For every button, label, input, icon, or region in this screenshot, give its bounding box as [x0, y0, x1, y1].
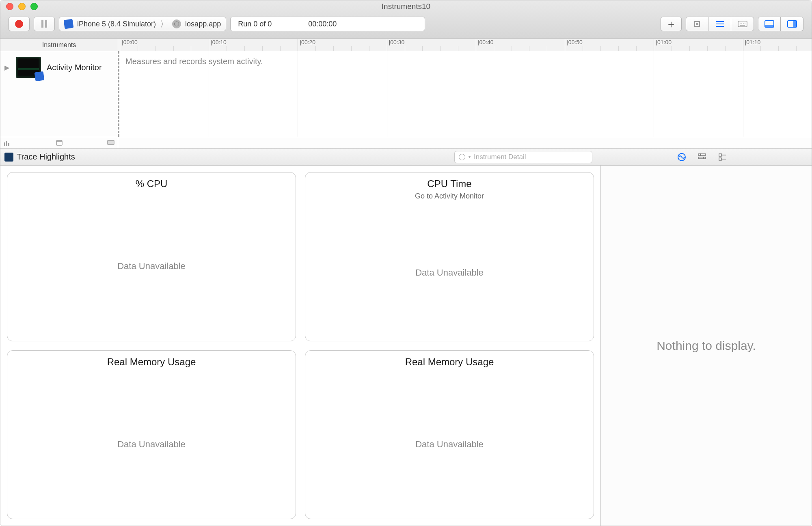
toggle-detail-panel-button[interactable] — [758, 17, 781, 31]
strategy-threads-button[interactable] — [708, 17, 731, 31]
svg-rect-27 — [719, 154, 721, 156]
track-description: Measures and records system activity. — [125, 57, 263, 66]
svg-rect-25 — [700, 153, 701, 156]
timeline-tick: |01:10 — [743, 39, 761, 51]
timeline-tick: |00:10 — [209, 39, 227, 51]
svg-rect-10 — [740, 25, 745, 26]
timeline-tick: |00:40 — [476, 39, 494, 51]
window-close-button[interactable] — [6, 3, 13, 10]
inspector-tab-wave[interactable] — [677, 153, 686, 162]
card-body-message: Data Unavailable — [117, 192, 186, 341]
window-title: Instruments10 — [0, 2, 812, 11]
chevron-down-icon: ▾ — [469, 155, 471, 159]
inspector-empty-message: Nothing to display. — [657, 339, 756, 353]
run-info[interactable]: Run 0 of 0 00:00:00 — [230, 17, 425, 31]
card-title: % CPU — [136, 178, 168, 190]
svg-rect-1 — [696, 23, 698, 25]
svg-rect-24 — [698, 157, 706, 159]
svg-point-9 — [745, 23, 745, 24]
keyboard-icon — [738, 21, 747, 27]
track-label: Activity Monitor — [47, 63, 102, 72]
trace-icon — [4, 153, 13, 162]
gridline — [565, 51, 565, 137]
timeline-ruler[interactable]: Instruments |00:00|00:10|00:20|00:30|00:… — [0, 39, 812, 51]
detail-title: Trace Highlights — [17, 152, 75, 162]
run-label: Run 0 of 0 — [238, 20, 272, 28]
svg-rect-5 — [738, 21, 747, 27]
svg-rect-18 — [56, 140, 62, 145]
pause-icon — [41, 20, 47, 28]
timeline-tick: |00:50 — [565, 39, 583, 51]
window-minimize-button[interactable] — [18, 3, 26, 10]
card-subtitle: Go to Activity Monitor — [415, 192, 484, 200]
gridline — [209, 51, 209, 137]
gridline — [743, 51, 743, 137]
add-instrument-button[interactable]: ＋ — [661, 17, 682, 31]
svg-point-8 — [743, 23, 744, 24]
track-sidebar: ▶ Activity Monitor — [0, 51, 118, 148]
inspector-panel: Nothing to display. — [600, 166, 812, 526]
card-title: CPU Time — [427, 178, 471, 190]
gridline — [387, 51, 387, 137]
inspector-tab-settings[interactable] — [698, 153, 706, 162]
card-body-message: Data Unavailable — [415, 370, 484, 519]
card-body-message: Data Unavailable — [117, 370, 186, 519]
detail-header-bar: Trace Highlights ▾ Instrument Detail — [0, 149, 812, 166]
right-panel-icon — [787, 20, 797, 28]
instruments-window: Instruments10 iPhone 5 (8.4 Simulator) 〉… — [0, 0, 812, 526]
svg-rect-12 — [765, 25, 774, 27]
traffic-lights — [6, 3, 38, 10]
track-area: ▶ Activity Monitor Measures and records … — [0, 51, 812, 149]
instrument-detail-filter[interactable]: ▾ Instrument Detail — [454, 151, 592, 163]
gridline — [298, 51, 298, 137]
svg-rect-14 — [793, 21, 797, 27]
list-lines-icon — [715, 21, 724, 27]
highlight-card[interactable]: Real Memory UsageData Unavailable — [7, 350, 296, 520]
track-lane[interactable]: Measures and records system activity. — [118, 51, 812, 148]
card-body-message: Data Unavailable — [415, 205, 484, 341]
window-icon[interactable] — [56, 140, 63, 146]
strategy-view-group — [686, 17, 754, 31]
target-selector[interactable]: iPhone 5 (8.4 Simulator) 〉 iosapp.app — [59, 17, 226, 31]
svg-rect-28 — [719, 158, 721, 160]
screen-icon[interactable] — [107, 140, 114, 146]
highlight-card[interactable]: % CPUData Unavailable — [7, 172, 296, 341]
target-device-label: iPhone 5 (8.4 Simulator) — [77, 20, 156, 28]
device-icon — [64, 19, 74, 29]
card-title: Real Memory Usage — [405, 356, 494, 368]
svg-point-7 — [741, 23, 742, 24]
playhead[interactable] — [118, 51, 119, 137]
disclosure-triangle-icon[interactable]: ▶ — [4, 64, 10, 71]
detail-split: % CPUData UnavailableCPU TimeGo to Activ… — [0, 166, 812, 526]
timeline-tick: |00:00 — [120, 39, 138, 51]
toggle-inspector-panel-button[interactable] — [781, 17, 803, 31]
detail-path[interactable]: Trace Highlights — [4, 152, 75, 162]
gridline — [476, 51, 476, 137]
elapsed-time: 00:00:00 — [308, 20, 337, 28]
track-activity-monitor[interactable]: ▶ Activity Monitor — [0, 51, 118, 78]
window-zoom-button[interactable] — [30, 3, 38, 10]
pause-button[interactable] — [34, 17, 55, 31]
highlight-card[interactable]: Real Memory UsageData Unavailable — [305, 350, 594, 520]
record-icon — [15, 20, 23, 28]
instrument-detail-placeholder: Instrument Detail — [474, 153, 526, 161]
gridline — [120, 51, 120, 137]
record-button[interactable] — [9, 17, 30, 31]
toolbar: iPhone 5 (8.4 Simulator) 〉 iosapp.app Ru… — [0, 13, 812, 39]
strategy-keyboard-button[interactable] — [731, 17, 754, 31]
titlebar: Instruments10 iPhone 5 (8.4 Simulator) 〉… — [0, 0, 812, 39]
highlight-card[interactable]: CPU TimeGo to Activity MonitorData Unava… — [305, 172, 594, 341]
inspector-tab-stack[interactable] — [718, 153, 727, 162]
card-title: Real Memory Usage — [107, 356, 196, 368]
timeline-ticks: |00:00|00:10|00:20|00:30|00:40|00:50|01:… — [118, 39, 812, 51]
bar-chart-icon[interactable] — [4, 140, 11, 146]
panel-visibility-group — [758, 17, 803, 31]
svg-rect-26 — [703, 157, 704, 159]
activity-monitor-icon — [16, 57, 41, 78]
track-lane-footer — [118, 137, 812, 148]
svg-point-6 — [740, 23, 741, 24]
bottom-panel-icon — [764, 20, 774, 28]
strategy-cpu-button[interactable] — [686, 17, 708, 31]
filter-scope-icon — [459, 154, 465, 160]
timeline-tick: |01:00 — [654, 39, 672, 51]
